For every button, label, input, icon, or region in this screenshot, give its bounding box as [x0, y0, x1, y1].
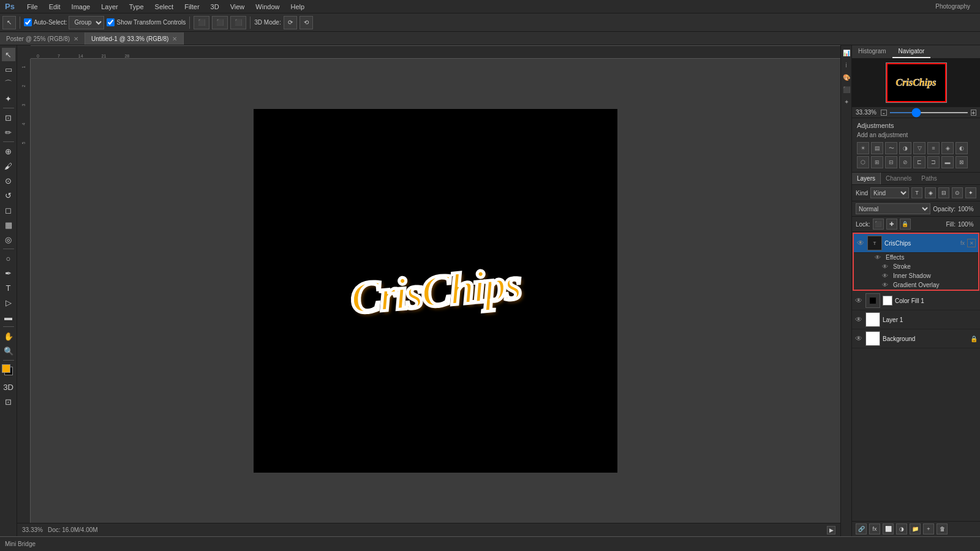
add-mask-btn[interactable]: ⬜ — [883, 523, 894, 534]
tab-untitled-close[interactable]: ✕ — [172, 36, 177, 42]
menu-view[interactable]: View — [225, 2, 250, 12]
lock-all-btn[interactable]: 🔒 — [900, 219, 911, 230]
add-style-btn[interactable]: fx — [869, 523, 880, 534]
tool-lasso[interactable]: ⌒ — [2, 77, 15, 91]
tool-zoom[interactable]: 🔍 — [2, 344, 15, 358]
styles-icon[interactable]: ✦ — [842, 97, 851, 107]
adj-invert[interactable]: ⊘ — [899, 156, 911, 168]
workspace-selector[interactable]: Photography — [935, 3, 970, 10]
adj-bw[interactable]: ◐ — [956, 142, 968, 154]
menu-file[interactable]: File — [22, 2, 43, 12]
tool-shape[interactable]: ▬ — [2, 310, 15, 324]
opacity-value[interactable]: 100% — [958, 206, 976, 212]
adj-color-balance[interactable]: ◈ — [941, 142, 954, 154]
adj-brightness[interactable]: ☀ — [857, 142, 869, 154]
tool-history[interactable]: ↺ — [2, 189, 15, 202]
layer-1[interactable]: 👁 Layer 1 — [852, 310, 980, 329]
adj-gradient-map[interactable]: ▬ — [941, 156, 954, 168]
layer-color-fill[interactable]: 👁 Color Fill 1 — [852, 291, 980, 310]
layer-crischips-visibility[interactable]: 👁 — [856, 239, 865, 247]
menu-type[interactable]: Type — [124, 2, 149, 12]
auto-select-type[interactable]: Group Layer — [69, 16, 104, 29]
link-layers-btn[interactable]: 🔗 — [856, 523, 867, 534]
adj-curves[interactable]: 〜 — [885, 142, 897, 154]
layer-icon-4[interactable]: ⊙ — [952, 187, 963, 198]
tool-marquee[interactable]: ▭ — [2, 62, 15, 76]
canvas-scroll[interactable]: CrisChips — [31, 59, 840, 523]
adj-selective-color[interactable]: ⊠ — [956, 156, 968, 168]
info-icon[interactable]: i — [842, 60, 851, 70]
layer-crischips[interactable]: 👁 T CrisChips fx ✕ — [854, 234, 978, 253]
gradient-overlay-row[interactable]: 👁 Gradient Overlay — [872, 280, 978, 290]
new-fill-btn[interactable]: ◑ — [896, 523, 907, 534]
adj-channel-mixer[interactable]: ⊞ — [871, 156, 883, 168]
expand-btn[interactable]: ▶ — [827, 526, 835, 534]
stroke-row[interactable]: 👁 Stroke — [872, 262, 978, 271]
color-icon[interactable]: 🎨 — [842, 72, 851, 82]
auto-select-checkbox[interactable] — [24, 18, 32, 26]
tool-heal[interactable]: ⊕ — [2, 144, 15, 158]
swatches-icon[interactable]: ⬛ — [842, 84, 851, 94]
menu-help[interactable]: Help — [285, 2, 309, 12]
tool-screen-mode[interactable]: ⊡ — [2, 395, 15, 408]
foreground-color-swatch[interactable] — [2, 364, 10, 373]
tab-navigator[interactable]: Navigator — [892, 45, 931, 58]
crischips-expand[interactable]: ✕ — [967, 239, 976, 247]
adj-levels[interactable]: ▤ — [871, 142, 883, 154]
tool-move[interactable]: ↖ — [2, 48, 15, 61]
fx-icon[interactable]: fx — [960, 240, 965, 246]
inner-shadow-row[interactable]: 👁 Inner Shadow — [872, 271, 978, 280]
adj-color-lookup[interactable]: ⊟ — [885, 156, 897, 168]
inner-shadow-visibility[interactable]: 👁 — [882, 272, 891, 279]
align-center[interactable]: ⬛ — [212, 16, 228, 29]
layer-1-visibility[interactable]: 👁 — [854, 315, 863, 324]
lock-pixels-btn[interactable]: ⬛ — [873, 219, 884, 230]
tab-layers[interactable]: Layers — [852, 173, 881, 184]
fill-value[interactable]: 100% — [958, 221, 976, 228]
layer-background[interactable]: 👁 Background 🔒 — [852, 329, 980, 348]
lock-position-btn[interactable]: ✚ — [886, 219, 897, 230]
move-tool[interactable]: ↖ — [2, 16, 16, 29]
tool-path-select[interactable]: ▷ — [2, 296, 15, 309]
tool-eyedropper[interactable]: ✏ — [2, 126, 15, 139]
menu-select[interactable]: Select — [150, 2, 179, 12]
tool-type[interactable]: T — [2, 281, 15, 294]
layer-icon-1[interactable]: T — [911, 187, 922, 198]
histogram-icon[interactable]: 📊 — [842, 48, 851, 58]
tool-clone[interactable]: ⊙ — [2, 174, 15, 187]
tool-brush[interactable]: 🖌 — [2, 159, 15, 173]
3d-btn-2[interactable]: ⟲ — [300, 16, 313, 29]
menu-filter[interactable]: Filter — [179, 2, 204, 12]
tool-pen[interactable]: ✒ — [2, 266, 15, 280]
tab-paths[interactable]: Paths — [916, 173, 942, 184]
gradient-overlay-visibility[interactable]: 👁 — [882, 282, 891, 288]
tool-3d-mode[interactable]: 3D — [2, 380, 15, 394]
layer-icon-5[interactable]: ✦ — [965, 187, 976, 198]
tool-magic-wand[interactable]: ✦ — [2, 92, 15, 105]
tool-eraser[interactable]: ◻ — [2, 203, 15, 217]
zoom-slider[interactable] — [889, 112, 968, 113]
zoom-out-btn[interactable]: - — [881, 110, 886, 116]
layer-color-fill-visibility[interactable]: 👁 — [854, 296, 863, 305]
tool-gradient[interactable]: ▦ — [2, 218, 15, 231]
effects-row[interactable]: 👁 Effects — [872, 253, 978, 262]
new-group-btn[interactable]: 📁 — [910, 523, 921, 534]
tab-poster[interactable]: Poster @ 25% (RGB/8) ✕ — [0, 32, 85, 45]
adj-vibrance[interactable]: ▽ — [913, 142, 925, 154]
tab-poster-close[interactable]: ✕ — [74, 36, 78, 42]
layer-icon-3[interactable]: ⊟ — [938, 187, 949, 198]
show-transform-checkbox[interactable] — [107, 18, 115, 26]
align-left[interactable]: ⬛ — [194, 16, 209, 29]
stroke-visibility[interactable]: 👁 — [882, 263, 891, 270]
layer-background-visibility[interactable]: 👁 — [854, 334, 863, 343]
layer-icon-2[interactable]: ◈ — [925, 187, 936, 198]
menu-window[interactable]: Window — [251, 2, 284, 12]
adj-exposure[interactable]: ◑ — [899, 142, 911, 154]
adj-hsl[interactable]: ≡ — [927, 142, 940, 154]
tool-blur[interactable]: ◎ — [2, 233, 15, 246]
tab-channels[interactable]: Channels — [881, 173, 916, 184]
adj-posterize[interactable]: ⊏ — [913, 156, 925, 168]
menu-3d[interactable]: 3D — [206, 2, 224, 12]
adj-photo-filter[interactable]: ⬡ — [857, 156, 869, 168]
tool-dodge[interactable]: ○ — [2, 252, 15, 265]
